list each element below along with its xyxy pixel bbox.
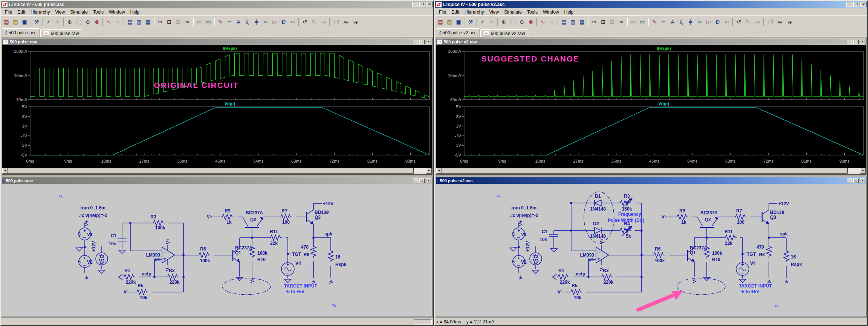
run-simulation-icon[interactable]: ⚡ <box>478 18 487 26</box>
zoom-back-icon[interactable]: ◯ <box>74 18 83 26</box>
add-text-icon[interactable]: Aa <box>775 18 785 26</box>
child-maximize-button[interactable]: □ <box>853 40 859 44</box>
new-schematic-icon[interactable]: ▤ <box>436 18 445 26</box>
halt-simulation-icon[interactable]: ✳ <box>487 18 496 26</box>
horizontal-scrollbar[interactable]: ◄ ► <box>436 168 866 174</box>
child-maximize-button[interactable]: □ <box>853 178 859 183</box>
cut-icon[interactable]: ✂ <box>156 18 165 26</box>
signal-label[interactable]: V(tgt) <box>659 101 669 106</box>
menu-simulate[interactable]: Simulate <box>67 9 90 15</box>
tile-horizontal-icon[interactable]: ▤ <box>559 18 568 26</box>
menu-help[interactable]: Help <box>128 9 142 15</box>
draft-pencil-icon[interactable]: ✎ <box>650 18 659 26</box>
zoom-full-extents-icon[interactable]: ⊗ <box>526 18 535 26</box>
print-preview-icon[interactable]: ▭ <box>629 18 638 26</box>
run-simulation-icon[interactable]: ⚡ <box>44 18 53 26</box>
cascade-windows-icon[interactable]: ▦ <box>578 18 587 26</box>
place-inductor-icon[interactable]: ∾ <box>695 18 704 26</box>
place-component-icon[interactable]: Ð <box>279 18 288 26</box>
scroll-left-button[interactable]: ◄ <box>2 168 8 174</box>
minimize-button[interactable]: _ <box>846 2 852 7</box>
place-diode-icon[interactable]: ▷ <box>270 18 279 26</box>
place-capacitor-icon[interactable]: ╪ <box>252 18 261 26</box>
place-inductor-icon[interactable]: ∾ <box>261 18 270 26</box>
child-maximize-button[interactable]: □ <box>419 178 425 183</box>
child-close-button[interactable]: × <box>860 178 865 183</box>
tab-schematic[interactable]: ʃ500 pulse.asc <box>2 28 40 37</box>
print-icon[interactable]: ▭ <box>638 18 647 26</box>
new-schematic-icon[interactable]: ▤ <box>2 18 11 26</box>
menu-view[interactable]: View <box>486 9 501 15</box>
zoom-back-icon[interactable]: ◯ <box>508 18 517 26</box>
menu-view[interactable]: View <box>52 9 67 15</box>
zoom-out-icon[interactable]: ⊖ <box>83 18 92 26</box>
schematic-canvas[interactable]: %.tran 0 .1 6m.ic v(netp)=-2V+5V15V2V-12… <box>436 184 866 317</box>
place-resistor-icon[interactable]: ξ <box>243 18 252 26</box>
restore-button[interactable]: ❐ <box>419 2 425 7</box>
save-icon[interactable]: ▣ <box>454 18 463 26</box>
paste-icon[interactable]: ⊟ <box>174 18 183 26</box>
label-net-icon[interactable]: A <box>234 18 243 26</box>
print-preview-icon[interactable]: ▭ <box>195 18 204 26</box>
menu-file[interactable]: File <box>2 9 15 15</box>
child-close-button[interactable]: × <box>426 178 431 183</box>
mirror-icon[interactable]: Em <box>752 18 762 26</box>
title-bar[interactable]: LT LTspice IV - 500 pulse.asc _ ❐ × <box>1 1 433 8</box>
scroll-right-button[interactable]: ► <box>860 168 866 174</box>
tab-waveform[interactable]: ∿500 pulse.raw <box>40 29 83 37</box>
tab-schematic[interactable]: ʃ500 pulse v2.asc <box>436 28 480 37</box>
minimize-button[interactable]: _ <box>412 2 418 7</box>
place-diode-icon[interactable]: ▷ <box>704 18 713 26</box>
schematic-window-titlebar[interactable]: ʃ 500 pulse v2.asc _ □ × <box>436 177 866 184</box>
scroll-left-button[interactable]: ◄ <box>436 168 442 174</box>
scroll-track[interactable] <box>8 168 426 174</box>
add-plot-pane-icon[interactable]: ∿ <box>538 18 547 26</box>
redo-icon[interactable]: ↻ <box>309 18 318 26</box>
menu-edit[interactable]: Edit <box>15 9 28 15</box>
draft-pencil-icon[interactable]: ✎ <box>216 18 225 26</box>
child-maximize-button[interactable]: □ <box>419 40 425 44</box>
redo-icon[interactable]: ↻ <box>743 18 752 26</box>
menu-edit[interactable]: Edit <box>449 9 462 15</box>
spice-directive-icon[interactable]: .op <box>351 18 361 26</box>
open-icon[interactable]: ▨ <box>11 18 20 26</box>
waveform-plot[interactable]: 360mA165mA-30mAI(Rspk)5V3V1V-1V-3V-5VV(t… <box>2 45 432 168</box>
add-plot-pane-icon[interactable]: ∿ <box>104 18 113 26</box>
menu-tools[interactable]: Tools <box>524 9 540 15</box>
horizontal-scrollbar[interactable]: ◄ ► <box>2 168 432 174</box>
waveform-window-titlebar[interactable]: ∿ 500 pulse.raw _ □ × <box>2 38 432 45</box>
save-icon[interactable]: ▣ <box>20 18 29 26</box>
zoom-out-icon[interactable]: ⊖ <box>517 18 526 26</box>
open-icon[interactable]: ▨ <box>445 18 454 26</box>
child-close-button[interactable]: × <box>860 40 865 44</box>
cascade-windows-icon[interactable]: ▦ <box>144 18 153 26</box>
scroll-thumb[interactable] <box>8 168 414 174</box>
place-capacitor-icon[interactable]: ╪ <box>686 18 695 26</box>
zoom-full-extents-icon[interactable]: ⊗ <box>92 18 101 26</box>
draw-wire-icon[interactable]: ⌐ <box>659 18 668 26</box>
waveform-window-titlebar[interactable]: ∿ 500 pulse v2.raw _ □ × <box>436 38 866 45</box>
menu-simulate[interactable]: Simulate <box>501 9 524 15</box>
scroll-track[interactable] <box>442 168 860 174</box>
menu-help[interactable]: Help <box>562 9 576 15</box>
drag-icon[interactable]: ↔ <box>722 18 731 26</box>
menu-file[interactable]: File <box>436 9 449 15</box>
spice-directive-icon[interactable]: .op <box>785 18 795 26</box>
menu-hierarchy[interactable]: Hierarchy <box>462 9 486 15</box>
halt-simulation-icon[interactable]: ✳ <box>53 18 62 26</box>
place-component-icon[interactable]: Ð <box>713 18 722 26</box>
copy-icon[interactable]: ⊡ <box>599 18 608 26</box>
find-icon[interactable]: ∞ <box>183 18 192 26</box>
rotate-icon[interactable]: E∃ <box>765 18 775 26</box>
paste-icon[interactable]: ⊟ <box>608 18 617 26</box>
tile-vertical-icon[interactable]: ▥ <box>134 18 144 26</box>
child-minimize-button[interactable]: _ <box>413 178 418 183</box>
control-panel-icon[interactable]: ⚒ <box>466 18 475 26</box>
mirror-icon[interactable]: Em <box>318 18 328 26</box>
tab-waveform[interactable]: ∿500 pulse v2.raw <box>480 29 529 37</box>
spice-netlist-icon[interactable]: ≡ <box>113 18 122 26</box>
waveform-plot[interactable]: 360mA165mA-30mAI(Rspk)5V3V1V-1V-3V-5VV(t… <box>436 45 866 168</box>
cut-icon[interactable]: ✂ <box>590 18 599 26</box>
child-minimize-button[interactable]: _ <box>847 178 852 183</box>
undo-icon[interactable]: ↺ <box>734 18 743 26</box>
